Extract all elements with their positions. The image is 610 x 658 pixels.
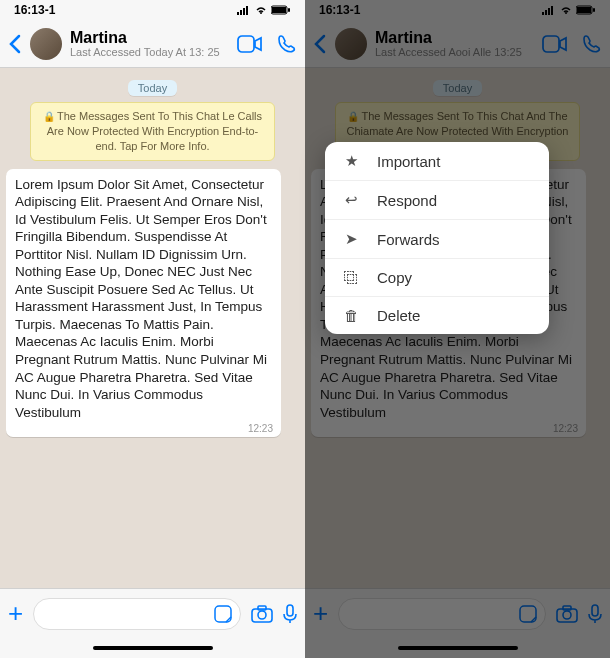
phone-normal: 16:13-1 Martina Last Accessed Today At 1… <box>0 0 305 658</box>
svg-rect-14 <box>542 12 544 15</box>
forward-icon: ➤ <box>341 230 361 248</box>
camera-button[interactable] <box>556 605 578 623</box>
trash-icon: 🗑 <box>341 307 361 324</box>
camera-button[interactable] <box>251 605 273 623</box>
svg-rect-22 <box>543 36 559 52</box>
lock-icon: 🔒 <box>347 111 359 122</box>
voice-call-button[interactable] <box>582 34 602 54</box>
encryption-notice[interactable]: 🔒The Messages Sent To This Chat Le Calls… <box>30 102 275 161</box>
back-button[interactable] <box>313 34 327 54</box>
attach-button[interactable]: + <box>313 598 328 629</box>
status-icons <box>542 5 596 15</box>
input-bar: + <box>305 588 610 638</box>
mic-button[interactable] <box>588 604 602 624</box>
mic-button[interactable] <box>283 604 297 624</box>
svg-rect-27 <box>592 605 598 616</box>
svg-point-25 <box>563 611 571 619</box>
contact-info[interactable]: Martina Last Accessed Aooi Alle 13:25 <box>375 29 528 59</box>
svg-rect-1 <box>240 10 242 15</box>
home-indicator-area <box>305 638 610 658</box>
svg-rect-15 <box>545 10 547 15</box>
wifi-icon <box>559 5 573 15</box>
svg-rect-26 <box>563 606 571 610</box>
last-seen: Last Accessed Aooi Alle 13:25 <box>375 46 528 58</box>
sticker-icon[interactable] <box>214 605 232 623</box>
svg-rect-17 <box>551 6 553 15</box>
status-icons <box>237 5 291 15</box>
contact-name: Martina <box>70 29 223 47</box>
lock-icon: 🔒 <box>43 111 55 122</box>
svg-rect-16 <box>548 8 550 15</box>
attach-button[interactable]: + <box>8 598 23 629</box>
contact-name: Martina <box>375 29 528 47</box>
status-bar: 16:13-1 <box>0 0 305 20</box>
chat-header: Martina Last Accessed Aooi Alle 13:25 <box>305 20 610 68</box>
svg-rect-2 <box>243 8 245 15</box>
status-bar: 16:13-1 <box>305 0 610 20</box>
svg-rect-6 <box>272 7 286 13</box>
date-divider: Today <box>6 78 299 96</box>
signal-icon <box>542 5 556 15</box>
avatar[interactable] <box>335 28 367 60</box>
video-call-button[interactable] <box>237 35 263 53</box>
message-text: Lorem Ipsum Dolor Sit Amet, Consectetur … <box>15 176 272 422</box>
copy-icon: ⿻ <box>341 269 361 286</box>
svg-rect-13 <box>287 605 293 616</box>
status-time: 16:13-1 <box>14 3 55 17</box>
svg-rect-8 <box>238 36 254 52</box>
wifi-icon <box>254 5 268 15</box>
voice-call-button[interactable] <box>277 34 297 54</box>
message-time: 12:23 <box>248 423 273 434</box>
home-indicator-area <box>0 638 305 658</box>
svg-rect-12 <box>258 606 266 610</box>
menu-respond[interactable]: ↩Respond <box>325 181 549 220</box>
svg-point-11 <box>258 611 266 619</box>
star-icon: ★ <box>341 152 361 170</box>
message-time: 12:23 <box>553 423 578 434</box>
menu-important[interactable]: ★Important <box>325 142 549 181</box>
svg-point-18 <box>565 12 567 14</box>
home-indicator[interactable] <box>93 646 213 650</box>
menu-copy[interactable]: ⿻Copy <box>325 259 549 297</box>
message-input[interactable] <box>33 598 241 630</box>
svg-point-4 <box>260 12 262 14</box>
svg-rect-0 <box>237 12 239 15</box>
menu-forward[interactable]: ➤Forwards <box>325 220 549 259</box>
signal-icon <box>237 5 251 15</box>
sticker-icon[interactable] <box>519 605 537 623</box>
phone-context-menu: 16:13-1 Martina Last Accessed Aooi Alle … <box>305 0 610 658</box>
message-input[interactable] <box>338 598 546 630</box>
video-call-button[interactable] <box>542 35 568 53</box>
chat-area[interactable]: Today 🔒The Messages Sent To This Chat Le… <box>0 68 305 588</box>
battery-icon <box>576 5 596 15</box>
last-seen: Last Accessed Today At 13: 25 <box>70 46 223 58</box>
battery-icon <box>271 5 291 15</box>
context-menu: ★Important ↩Respond ➤Forwards ⿻Copy 🗑Del… <box>325 142 549 334</box>
svg-rect-20 <box>577 7 591 13</box>
input-bar: + <box>0 588 305 638</box>
contact-info[interactable]: Martina Last Accessed Today At 13: 25 <box>70 29 223 59</box>
home-indicator[interactable] <box>398 646 518 650</box>
avatar[interactable] <box>30 28 62 60</box>
message-bubble[interactable]: Lorem Ipsum Dolor Sit Amet, Consectetur … <box>6 169 281 438</box>
chat-header: Martina Last Accessed Today At 13: 25 <box>0 20 305 68</box>
menu-delete[interactable]: 🗑Delete <box>325 297 549 334</box>
reply-icon: ↩ <box>341 191 361 209</box>
svg-rect-7 <box>288 8 290 12</box>
date-divider: Today <box>311 78 604 96</box>
back-button[interactable] <box>8 34 22 54</box>
svg-rect-21 <box>593 8 595 12</box>
status-time: 16:13-1 <box>319 3 360 17</box>
svg-rect-3 <box>246 6 248 15</box>
